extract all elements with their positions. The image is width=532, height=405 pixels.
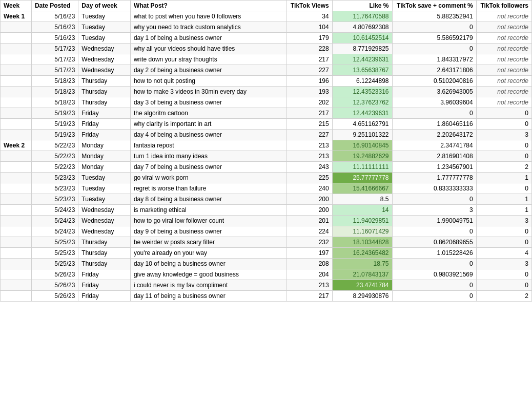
cell-date: 5/24/23	[31, 226, 78, 237]
cell-date: 5/19/23	[31, 108, 78, 119]
cell-date: 5/18/23	[31, 97, 78, 108]
cell-week	[1, 33, 32, 44]
cell-week	[1, 162, 32, 173]
cell-day: Tuesday	[78, 173, 131, 183]
cell-week	[1, 216, 32, 226]
cell-followers: 0	[476, 237, 531, 248]
cell-week	[1, 291, 32, 302]
cell-week	[1, 22, 32, 33]
cell-followers: not recorde	[476, 76, 531, 87]
data-table: Week Date Posted Day of week What Post? …	[0, 0, 532, 302]
cell-views: 215	[287, 119, 332, 130]
header-save-comment: TikTok save + comment %	[392, 1, 476, 11]
cell-save-comment: 2.816901408	[392, 151, 476, 162]
cell-followers: 4	[476, 248, 531, 259]
cell-views: 217	[287, 108, 332, 119]
cell-date: 5/19/23	[31, 130, 78, 140]
cell-week: Week 2	[1, 140, 32, 151]
cell-post: why clarity is important in art	[130, 119, 287, 130]
cell-like-pct: 8.5	[332, 194, 392, 205]
cell-save-comment: 0	[392, 280, 476, 291]
cell-views: 204	[287, 269, 332, 280]
cell-followers: not recorde	[476, 11, 531, 22]
cell-day: Tuesday	[78, 33, 131, 44]
cell-week	[1, 248, 32, 259]
cell-post: day 10 of being a business owner	[130, 259, 287, 269]
cell-day: Tuesday	[78, 183, 131, 194]
cell-post: you're already on your way	[130, 248, 287, 259]
cell-week	[1, 97, 32, 108]
cell-day: Thursday	[78, 97, 131, 108]
cell-day: Friday	[78, 108, 131, 119]
cell-views: 34	[287, 11, 332, 22]
cell-followers: not recorde	[476, 54, 531, 65]
cell-week	[1, 205, 32, 216]
cell-week	[1, 87, 32, 97]
cell-post: how to make 3 videos in 30min every day	[130, 87, 287, 97]
cell-date: 5/22/23	[31, 140, 78, 151]
cell-save-comment: 0	[392, 194, 476, 205]
cell-save-comment: 0.8620689655	[392, 237, 476, 248]
cell-day: Monday	[78, 151, 131, 162]
cell-save-comment: 0.9803921569	[392, 269, 476, 280]
cell-followers: 3	[476, 130, 531, 140]
cell-day: Thursday	[78, 87, 131, 97]
cell-day: Monday	[78, 140, 131, 151]
cell-post: regret is worse than failure	[130, 183, 287, 194]
cell-save-comment: 2.202643172	[392, 130, 476, 140]
cell-like-pct: 12.43523316	[332, 87, 392, 97]
cell-day: Wednesday	[78, 226, 131, 237]
cell-date: 5/26/23	[31, 280, 78, 291]
cell-post: what to post when you have 0 followers	[130, 11, 287, 22]
cell-date: 5/26/23	[31, 291, 78, 302]
header-tiktok-views: TikTok Views	[287, 1, 332, 11]
cell-like-pct: 4.651162791	[332, 119, 392, 130]
cell-date: 5/23/23	[31, 183, 78, 194]
cell-like-pct: 11.76470588	[332, 11, 392, 22]
cell-date: 5/22/23	[31, 162, 78, 173]
cell-views: 213	[287, 151, 332, 162]
cell-week: Week 1	[1, 11, 32, 22]
cell-day: Thursday	[78, 248, 131, 259]
cell-views: 232	[287, 237, 332, 248]
cell-like-pct: 15.41666667	[332, 183, 392, 194]
cell-followers: 2	[476, 291, 531, 302]
cell-views: 197	[287, 248, 332, 259]
cell-views: 104	[287, 22, 332, 33]
cell-save-comment: 5.882352941	[392, 11, 476, 22]
cell-week	[1, 130, 32, 140]
cell-views: 243	[287, 162, 332, 173]
cell-views: 213	[287, 280, 332, 291]
cell-followers: not recorde	[476, 22, 531, 33]
cell-save-comment: 2.643171806	[392, 65, 476, 76]
cell-day: Friday	[78, 269, 131, 280]
cell-save-comment: 1.860465116	[392, 119, 476, 130]
cell-like-pct: 16.90140845	[332, 140, 392, 151]
cell-date: 5/25/23	[31, 259, 78, 269]
cell-views: 179	[287, 33, 332, 44]
cell-like-pct: 11.11111111	[332, 162, 392, 173]
cell-like-pct: 12.37623762	[332, 97, 392, 108]
cell-post: be weirder w posts scary filter	[130, 237, 287, 248]
cell-save-comment: 2.34741784	[392, 140, 476, 151]
cell-save-comment: 3.626943005	[392, 87, 476, 97]
cell-week	[1, 119, 32, 130]
cell-post: go viral w work porn	[130, 173, 287, 183]
cell-like-pct: 10.61452514	[332, 33, 392, 44]
cell-views: 217	[287, 291, 332, 302]
cell-date: 5/23/23	[31, 173, 78, 183]
cell-post: how to not quit posting	[130, 76, 287, 87]
cell-day: Wednesday	[78, 216, 131, 226]
cell-day: Wednesday	[78, 54, 131, 65]
cell-followers: 0	[476, 108, 531, 119]
cell-post: turn 1 idea into many ideas	[130, 151, 287, 162]
cell-views: 196	[287, 76, 332, 87]
cell-post: day 7 of being a business owner	[130, 162, 287, 173]
cell-followers: 1	[476, 194, 531, 205]
cell-date: 5/17/23	[31, 65, 78, 76]
cell-like-pct: 8.771929825	[332, 44, 392, 54]
cell-day: Monday	[78, 162, 131, 173]
cell-day: Wednesday	[78, 44, 131, 54]
cell-day: Friday	[78, 280, 131, 291]
cell-date: 5/18/23	[31, 76, 78, 87]
